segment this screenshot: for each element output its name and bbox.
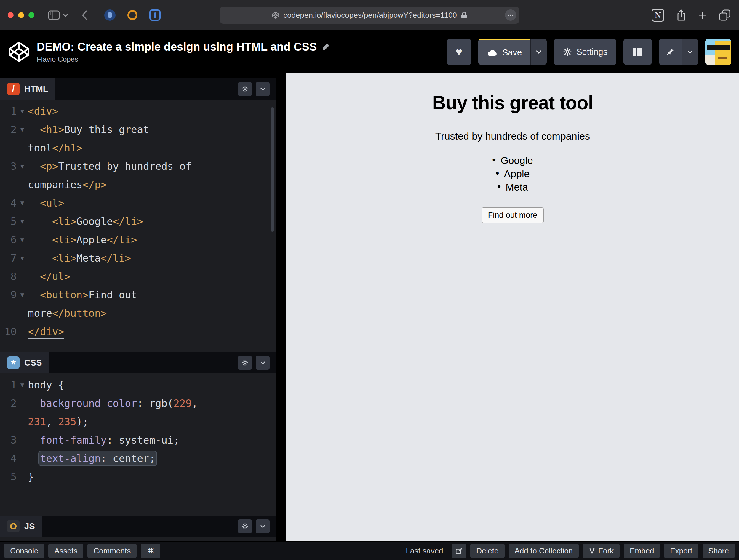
code-line[interactable]: 10</div> bbox=[0, 322, 276, 341]
zoom-window-button[interactable] bbox=[28, 12, 34, 18]
selection-highlight: text-align: center; bbox=[40, 452, 155, 464]
codepen-logo[interactable] bbox=[8, 40, 30, 63]
code-line[interactable]: 3 font-family: system-ui; bbox=[0, 431, 276, 449]
gear-icon bbox=[242, 523, 249, 530]
fold-arrow-icon[interactable]: ▾ bbox=[17, 249, 28, 267]
pin-button[interactable] bbox=[659, 39, 682, 65]
find-out-more-button[interactable]: Find out more bbox=[481, 207, 544, 223]
html-editor-collapse-button[interactable] bbox=[256, 82, 270, 96]
code-line[interactable]: 5} bbox=[0, 467, 276, 486]
code-line[interactable]: 6▾ <li>Apple</li> bbox=[0, 231, 276, 249]
fold-arrow-icon[interactable]: ▾ bbox=[17, 120, 28, 139]
footer-button-fork[interactable]: Fork bbox=[583, 544, 620, 558]
js-editor-tab[interactable]: JS bbox=[0, 516, 42, 537]
site-icon bbox=[272, 11, 279, 19]
scrollbar-thumb[interactable] bbox=[271, 107, 274, 232]
code-line[interactable]: 3▾ <p>Trusted by hundreds of bbox=[0, 157, 276, 175]
sidebar-toggle-icon[interactable] bbox=[48, 10, 60, 20]
save-options-chevron-icon[interactable] bbox=[530, 39, 547, 65]
editor-panel: / HTML 1▾<div>2▾ <h1>Buy this greattool<… bbox=[0, 74, 276, 541]
code-line[interactable]: 7▾ <li>Meta</li> bbox=[0, 249, 276, 267]
footer-button-console[interactable]: Console bbox=[4, 544, 44, 558]
fold-arrow-icon[interactable]: ▾ bbox=[17, 286, 28, 304]
code-line[interactable]: 2▾ <h1>Buy this great bbox=[0, 120, 276, 139]
fold-spacer bbox=[17, 175, 28, 194]
pen-author[interactable]: Flavio Copes bbox=[37, 55, 330, 63]
extension-icon[interactable] bbox=[127, 10, 138, 20]
line-number: 3 bbox=[0, 431, 17, 449]
fold-arrow-icon[interactable]: ▾ bbox=[17, 376, 28, 394]
css-editor-settings-button[interactable] bbox=[238, 356, 252, 370]
user-avatar[interactable] bbox=[705, 39, 731, 65]
html-code-editor[interactable]: 1▾<div>2▾ <h1>Buy this greattool</h1>3▾ … bbox=[0, 100, 276, 352]
open-preview-button[interactable] bbox=[452, 544, 466, 558]
extension-icon[interactable] bbox=[149, 9, 161, 21]
line-number: 5 bbox=[0, 467, 17, 486]
new-tab-icon[interactable] bbox=[698, 11, 707, 20]
page-settings-icon[interactable] bbox=[505, 9, 516, 21]
tab-group-chevron-icon[interactable] bbox=[63, 13, 68, 17]
js-editor-settings-button[interactable] bbox=[238, 520, 252, 533]
css-editor-tab[interactable]: * CSS bbox=[0, 352, 49, 373]
line-number: 8 bbox=[0, 267, 17, 286]
close-window-button[interactable] bbox=[8, 12, 14, 18]
footer-button-delete[interactable]: Delete bbox=[470, 544, 504, 558]
tab-overview-icon[interactable] bbox=[719, 9, 731, 21]
extension-icon[interactable] bbox=[104, 9, 116, 21]
fold-arrow-icon[interactable]: ▾ bbox=[17, 212, 28, 231]
code-line[interactable]: 1▾body { bbox=[0, 376, 276, 394]
pin-options-chevron-icon[interactable] bbox=[682, 39, 698, 65]
code-line[interactable]: companies</p> bbox=[0, 175, 276, 194]
code-line[interactable]: 5▾ <li>Google</li> bbox=[0, 212, 276, 231]
line-number: 10 bbox=[0, 322, 17, 341]
code-text: font-family: system-ui; bbox=[28, 431, 179, 449]
footer-button-comments[interactable]: Comments bbox=[88, 544, 137, 558]
js-icon bbox=[7, 520, 20, 533]
footer-button-assets[interactable]: Assets bbox=[48, 544, 83, 558]
back-button[interactable] bbox=[81, 10, 88, 20]
code-line[interactable]: 4▾ <ul> bbox=[0, 194, 276, 212]
save-button[interactable]: Save bbox=[478, 39, 530, 65]
code-line[interactable]: 9▾ <button>Find out bbox=[0, 286, 276, 304]
css-code-editor[interactable]: 1▾body {2 background-color: rgb(229,231,… bbox=[0, 373, 276, 516]
line-number: 4 bbox=[0, 449, 17, 467]
fold-arrow-icon[interactable]: ▾ bbox=[17, 231, 28, 249]
change-view-button[interactable] bbox=[623, 39, 652, 65]
line-number bbox=[0, 412, 17, 431]
company-list: •Google•Apple•Meta bbox=[286, 154, 739, 194]
footer-button-cmd[interactable]: ⌘ bbox=[141, 544, 160, 558]
html-editor-settings-button[interactable] bbox=[238, 82, 252, 96]
panel-resizer[interactable] bbox=[276, 74, 286, 541]
code-line[interactable]: 1▾<div> bbox=[0, 102, 276, 120]
fold-spacer bbox=[17, 139, 28, 157]
code-text: background-color: rgb(229, bbox=[28, 394, 198, 412]
html-editor-tab[interactable]: / HTML bbox=[0, 78, 55, 100]
line-number: 3 bbox=[0, 157, 17, 175]
settings-button[interactable]: Settings bbox=[554, 39, 616, 65]
preview-pane: Buy this great tool Trusted by hundreds … bbox=[286, 74, 739, 541]
pen-title: DEMO: Create a simple design using HTML … bbox=[37, 40, 317, 53]
footer-button-share[interactable]: Share bbox=[703, 544, 735, 558]
minimize-window-button[interactable] bbox=[18, 12, 24, 18]
code-line[interactable]: tool</h1> bbox=[0, 139, 276, 157]
code-line[interactable]: 4 text-align: center; bbox=[0, 449, 276, 467]
fold-arrow-icon[interactable]: ▾ bbox=[17, 194, 28, 212]
code-line[interactable]: 2 background-color: rgb(229, bbox=[0, 394, 276, 412]
like-button[interactable]: ♥ bbox=[447, 39, 471, 65]
footer-button-add-to-collection[interactable]: Add to Collection bbox=[509, 544, 579, 558]
footer-button-export[interactable]: Export bbox=[664, 544, 698, 558]
fold-arrow-icon[interactable]: ▾ bbox=[17, 102, 28, 120]
address-bar[interactable]: codepen.io/flaviocopes/pen/abjpowY?edito… bbox=[220, 7, 519, 24]
notion-extension-icon[interactable]: N bbox=[651, 9, 664, 22]
code-line[interactable]: 8 </ul> bbox=[0, 267, 276, 286]
company-item: •Google bbox=[286, 154, 739, 167]
line-number bbox=[0, 175, 17, 194]
js-editor-collapse-button[interactable] bbox=[256, 520, 270, 533]
edit-title-icon[interactable] bbox=[321, 42, 330, 51]
code-line[interactable]: more</button> bbox=[0, 304, 276, 322]
share-icon[interactable] bbox=[676, 9, 686, 21]
fold-arrow-icon[interactable]: ▾ bbox=[17, 157, 28, 175]
code-line[interactable]: 231, 235); bbox=[0, 412, 276, 431]
footer-button-embed[interactable]: Embed bbox=[624, 544, 660, 558]
css-editor-collapse-button[interactable] bbox=[256, 356, 270, 370]
